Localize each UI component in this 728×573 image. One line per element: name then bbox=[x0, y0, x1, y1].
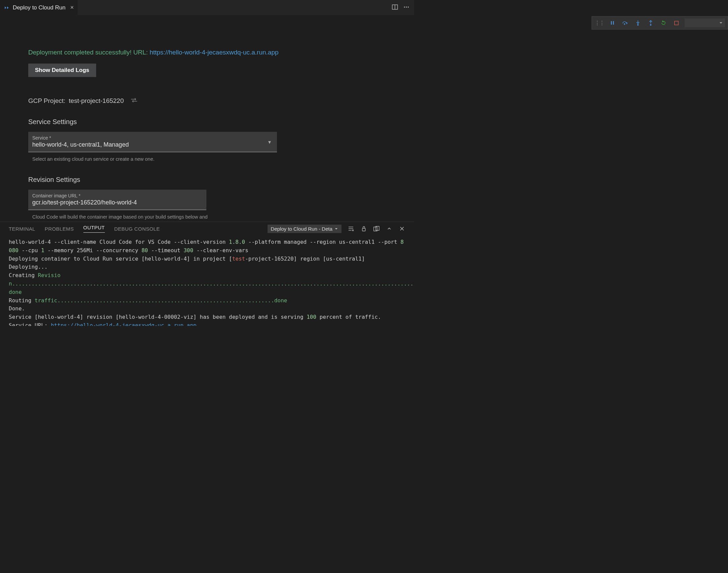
service-field-value: hello-world-4, us-central1, Managed bbox=[32, 141, 272, 148]
container-image-helper-text: Cloud Code will build the container imag… bbox=[32, 214, 220, 222]
container-image-url-field[interactable]: Container image URL * gcr.io/test-projec… bbox=[28, 190, 206, 210]
output-log[interactable]: hello-world-4 --client-name Cloud Code f… bbox=[0, 235, 414, 326]
service-helper-text: Select an existing cloud run service or … bbox=[32, 156, 220, 162]
panel-actions: Deploy to Cloud Run - Deta bbox=[268, 225, 405, 233]
show-detailed-logs-button[interactable]: Show Detailed Logs bbox=[28, 64, 96, 77]
tab-bar: Deploy to Cloud Run × bbox=[0, 0, 414, 15]
gcp-project-value: test-project-165220 bbox=[69, 97, 124, 105]
split-editor-icon[interactable] bbox=[392, 4, 398, 11]
tab-deploy-cloud-run[interactable]: Deploy to Cloud Run × bbox=[0, 0, 78, 15]
svg-point-2 bbox=[404, 6, 405, 7]
service-select[interactable]: Service * hello-world-4, us-central1, Ma… bbox=[28, 132, 277, 152]
deployment-status: Deployment completed successfully! URL: … bbox=[28, 15, 414, 56]
terminal-tab[interactable]: TERMINAL bbox=[9, 226, 35, 232]
svg-point-3 bbox=[406, 6, 407, 7]
status-message: Deployment completed successfully! URL: bbox=[28, 49, 150, 56]
svg-point-4 bbox=[408, 6, 409, 7]
lock-scroll-icon[interactable] bbox=[360, 226, 367, 231]
output-channel-label: Deploy to Cloud Run - Deta bbox=[271, 226, 332, 232]
container-image-label: Container image URL * bbox=[32, 193, 201, 198]
dropdown-caret-icon: ▾ bbox=[268, 139, 271, 145]
gcp-project-row: GCP Project: test-project-165220 bbox=[28, 97, 414, 105]
close-panel-icon[interactable] bbox=[399, 226, 405, 231]
more-actions-icon[interactable] bbox=[403, 4, 409, 11]
clear-output-icon[interactable] bbox=[348, 226, 354, 231]
service-settings-heading: Service Settings bbox=[28, 118, 414, 126]
service-field-label: Service * bbox=[32, 135, 272, 141]
panel-tab-bar: TERMINAL PROBLEMS OUTPUT DEBUG CONSOLE D… bbox=[0, 222, 414, 235]
editor-content: Deployment completed successfully! URL: … bbox=[0, 15, 414, 222]
deployment-url-link[interactable]: https://hello-world-4-jecaesxwdq-uc.a.ru… bbox=[150, 49, 278, 56]
panel-chevron-up-icon[interactable] bbox=[386, 226, 393, 231]
open-log-file-icon[interactable] bbox=[373, 226, 380, 231]
cloud-run-icon bbox=[4, 5, 10, 11]
switch-project-icon[interactable] bbox=[130, 97, 138, 105]
bottom-panel: TERMINAL PROBLEMS OUTPUT DEBUG CONSOLE D… bbox=[0, 222, 414, 326]
revision-settings-heading: Revision Settings bbox=[28, 176, 414, 184]
service-url-link[interactable]: https://hello-world-4-jecaesxwdq-uc.a.ru… bbox=[51, 322, 196, 326]
gcp-project-label: GCP Project: bbox=[28, 97, 66, 105]
tab-title: Deploy to Cloud Run bbox=[13, 4, 66, 11]
editor-title-actions bbox=[392, 0, 414, 15]
output-channel-select[interactable]: Deploy to Cloud Run - Deta bbox=[268, 225, 341, 233]
svg-rect-18 bbox=[362, 228, 365, 231]
container-image-value: gcr.io/test-project-165220/hello-world-4 bbox=[32, 199, 201, 206]
close-icon[interactable]: × bbox=[70, 4, 74, 11]
debug-console-tab[interactable]: DEBUG CONSOLE bbox=[114, 226, 160, 232]
problems-tab[interactable]: PROBLEMS bbox=[45, 226, 74, 232]
output-tab[interactable]: OUTPUT bbox=[83, 225, 105, 233]
